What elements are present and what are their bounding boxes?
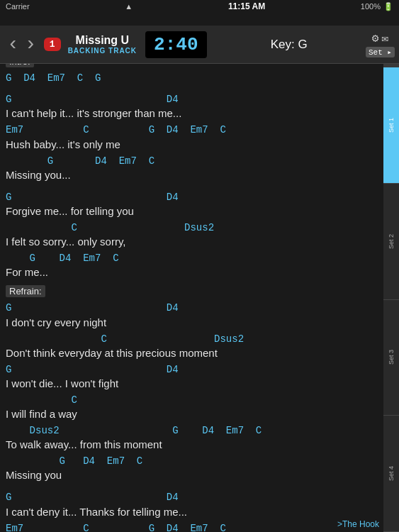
lyric-line: I felt so sorry... only sorry, <box>6 234 378 249</box>
lyric-line: Forgive me... for telling you <box>6 204 378 218</box>
chord-line: Em7 C G D4 Em7 C <box>6 522 378 532</box>
prev-button[interactable]: ‹ <box>4 35 22 55</box>
timer-display[interactable]: 2:40 <box>145 31 206 58</box>
chord-line: G D4 Em7 C G <box>6 72 378 84</box>
chord-line: G D4 <box>6 191 378 204</box>
tab-set1[interactable]: Set 1 <box>383 67 399 184</box>
lyric-line: I can't help it... it's stronger than me… <box>6 106 378 121</box>
lyric-line: Don't think everyday at this precious mo… <box>6 345 378 360</box>
lyrics-content[interactable]: Intro:G D4 Em7 C GG D4I can't help it...… <box>0 51 383 532</box>
chord-line: Em7 C G D4 Em7 C <box>6 123 378 136</box>
lyric-line: For me... <box>6 265 378 279</box>
lyric-line: To walk away... from this moment <box>6 437 378 452</box>
blank-line <box>6 182 378 188</box>
settings-icon[interactable]: ⚙ <box>372 31 379 45</box>
time-label: 11:15 AM <box>228 1 265 11</box>
blank-line <box>6 482 378 488</box>
blank-line <box>6 84 378 90</box>
set-button[interactable]: Set ▸ <box>366 47 395 57</box>
chord-line: G D4 Em7 C <box>6 252 378 265</box>
chord-line: G D4 <box>6 491 378 504</box>
side-tabs: All Set 1 Set 2 Set 3 Set 4 <box>383 51 399 532</box>
battery-icon: 🔋 <box>383 2 393 11</box>
lyric-line: Hush baby... it's only me <box>6 137 378 152</box>
chord-line: G D4 Em7 C <box>6 455 378 467</box>
lyric-line: Missing you... <box>6 167 378 182</box>
chord-line: C Dsus2 <box>6 221 378 234</box>
chord-line: Dsus2 G D4 Em7 C <box>6 424 378 437</box>
track-number-badge: 1 <box>44 38 61 51</box>
chord-line: G D4 <box>6 93 378 106</box>
tab-set3[interactable]: Set 3 <box>383 300 399 416</box>
lyric-line: I won't die... I won't fight <box>6 376 378 391</box>
envelope-icon[interactable]: ✉ <box>381 31 388 45</box>
header-icons-area: ⚙ ✉ Set ▸ <box>366 31 395 57</box>
carrier-label: Carrier <box>6 2 30 11</box>
next-button[interactable]: › <box>22 35 40 55</box>
lyric-line: I don't cry every night <box>6 315 378 330</box>
track-info: Missing U BACKING TRACK <box>68 34 137 55</box>
bottom-label: >The Hook <box>337 519 379 529</box>
chord-line: G D4 <box>6 301 378 314</box>
track-subtitle: BACKING TRACK <box>68 47 137 55</box>
tab-set2[interactable]: Set 2 <box>383 184 399 300</box>
signal-icon: ▲ <box>125 2 133 11</box>
lyric-line: I can't deny it... Thanks for telling me… <box>6 504 378 519</box>
tab-set4[interactable]: Set 4 <box>383 416 399 532</box>
key-display[interactable]: Key: G <box>213 38 366 52</box>
chord-line: C <box>6 394 378 406</box>
chord-line: C Dsus2 <box>6 333 378 345</box>
lyric-line: I will find a way <box>6 406 378 421</box>
chord-line: G D4 <box>6 363 378 376</box>
section-label: Refrain: <box>6 285 378 299</box>
blank-line <box>6 279 378 285</box>
battery-percent: 100% <box>361 2 381 11</box>
chord-line: G D4 Em7 C <box>6 155 378 167</box>
lyric-line: Missing you <box>6 467 378 482</box>
track-title: Missing U <box>76 34 130 47</box>
